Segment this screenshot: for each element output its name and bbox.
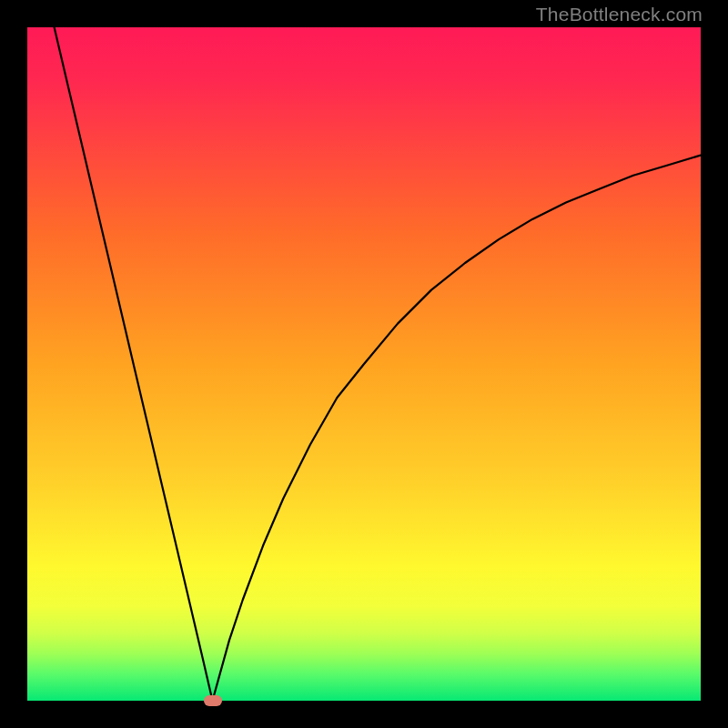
plot-area xyxy=(27,27,701,701)
minimum-marker xyxy=(204,695,222,706)
svg-rect-0 xyxy=(27,27,701,701)
background-gradient xyxy=(27,27,701,701)
watermark-text: TheBottleneck.com xyxy=(536,4,703,25)
chart-container: TheBottleneck.com xyxy=(0,0,728,728)
